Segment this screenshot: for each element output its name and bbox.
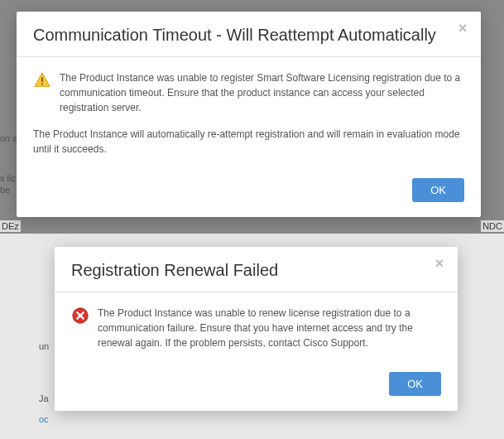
close-button[interactable]: × [454,20,471,36]
dialog-message: The Product Instance was unable to renew… [98,306,441,350]
message-row: The Product Instance was unable to renew… [71,306,441,350]
error-icon [71,306,89,325]
dialog-message: The Product Instance will automatically … [33,127,464,157]
ok-button[interactable]: OK [389,372,441,396]
svg-rect-0 [41,77,43,82]
close-button[interactable]: × [431,255,448,272]
bg-fragment: oc [39,414,49,424]
bg-fragment: un [39,341,49,351]
close-icon: × [458,21,468,36]
message-row: The Product Instance was unable to regis… [33,70,464,115]
dialog-header: Registration Renewal Failed × [55,247,458,292]
bg-fragment: NDC [481,220,504,232]
dialog-footer: OK [55,364,458,411]
svg-rect-1 [41,84,43,85]
dialog-title: Registration Renewal Failed [71,260,441,280]
dialog-message: The Product Instance was unable to regis… [60,70,464,115]
dialog-footer: OK [17,170,481,217]
message-row: The Product Instance will automatically … [33,127,464,157]
bg-fragment: DEz [0,220,21,232]
ok-button[interactable]: OK [412,178,464,202]
dialog-body: The Product Instance was unable to renew… [55,292,458,364]
close-icon: × [435,256,444,271]
registration-renewal-failed-dialog: Registration Renewal Failed × The Produc… [55,247,458,411]
dialog-body: The Product Instance was unable to regis… [17,57,481,170]
dialog-title: Communication Timeout - Will Reattempt A… [33,25,464,45]
bg-fragment: s lic [0,173,16,183]
dialog-header: Communication Timeout - Will Reattempt A… [17,12,481,57]
bg-fragment: be [0,185,10,195]
communication-timeout-dialog: Communication Timeout - Will Reattempt A… [17,12,481,217]
warning-icon [33,71,51,89]
bg-fragment: on a [0,133,17,143]
bg-fragment: Ja [39,393,49,403]
